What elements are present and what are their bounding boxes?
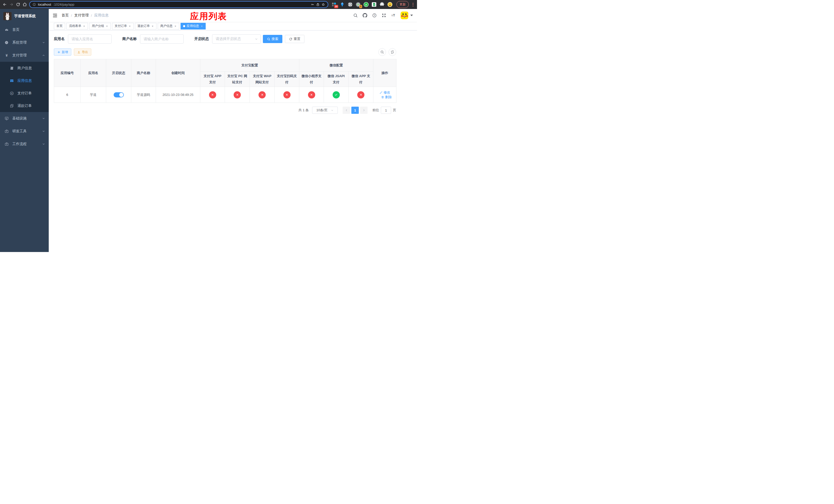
address-bar[interactable]: localhost:1024/pay/app bbox=[29, 1, 328, 8]
toggle-search-button[interactable] bbox=[378, 48, 386, 56]
shop-icon bbox=[10, 66, 14, 70]
close-icon[interactable] bbox=[83, 25, 85, 27]
sidebar-item-workflow[interactable]: 工作流程 bbox=[0, 138, 49, 151]
tab-5[interactable]: 商户信息 bbox=[158, 23, 179, 29]
key-icon[interactable] bbox=[311, 3, 314, 6]
svg-text:?: ? bbox=[374, 14, 375, 17]
svg-text:T: T bbox=[392, 15, 393, 17]
goto-page-input[interactable] bbox=[381, 107, 391, 114]
sidebar-fold-icon[interactable] bbox=[52, 13, 58, 18]
extension-axure-icon[interactable]: 10 bbox=[332, 2, 337, 7]
channel-disabled-badge bbox=[283, 91, 290, 98]
fullscreen-icon[interactable] bbox=[381, 13, 386, 18]
refresh-table-button[interactable] bbox=[389, 48, 396, 56]
back-icon[interactable] bbox=[3, 2, 7, 7]
help-icon[interactable]: ? bbox=[372, 13, 377, 18]
tab-2[interactable]: 用户分组 bbox=[89, 23, 111, 29]
forward-icon[interactable] bbox=[9, 2, 14, 7]
reset-button[interactable]: 重置 bbox=[285, 35, 304, 43]
close-icon[interactable] bbox=[151, 25, 154, 27]
add-button[interactable]: 新增 bbox=[54, 48, 71, 55]
bookmark-star-icon[interactable] bbox=[322, 3, 325, 6]
close-icon[interactable] bbox=[201, 25, 203, 27]
app-title: 芋道管理系统 bbox=[14, 14, 36, 19]
search-icon bbox=[267, 38, 270, 41]
status-select-placeholder: 请选择开启状态 bbox=[216, 37, 241, 41]
pikachu-avatar bbox=[401, 12, 408, 19]
delete-link[interactable]: 删除 bbox=[381, 95, 392, 99]
close-icon[interactable] bbox=[106, 25, 108, 27]
font-size-icon[interactable]: TT bbox=[391, 13, 396, 18]
breadcrumb-current: 应用信息 bbox=[94, 13, 109, 18]
sidebar-item-merchant-info[interactable]: 商户信息 bbox=[0, 62, 49, 74]
tab-1[interactable]: 流程表单 bbox=[66, 23, 88, 29]
sidebar-item-payment[interactable]: ¥支付管理 bbox=[0, 49, 49, 62]
home-icon[interactable] bbox=[23, 2, 27, 7]
sidebar-item-pay-order[interactable]: ¥支付订单 bbox=[0, 87, 49, 99]
svg-text:T: T bbox=[393, 13, 395, 17]
status-toggle[interactable] bbox=[114, 92, 124, 97]
extensions-puzzle-icon[interactable] bbox=[379, 2, 385, 7]
close-icon[interactable] bbox=[129, 25, 131, 27]
filter-form: 应用名 商户名称 开启状态 请选择开启状态 搜索 重置 bbox=[54, 35, 417, 44]
extension-y-icon[interactable]: y bbox=[364, 2, 369, 7]
site-info-icon[interactable] bbox=[32, 3, 36, 6]
sidebar-item-system[interactable]: 系统管理 bbox=[0, 36, 49, 49]
export-button[interactable]: 导出 bbox=[74, 48, 91, 55]
edit-link[interactable]: 修改 bbox=[379, 90, 390, 95]
extension-doc-icon[interactable] bbox=[371, 2, 377, 7]
sidebar-item-app-info[interactable]: 应用信息 bbox=[0, 74, 49, 87]
sidebar-item-label: 系统管理 bbox=[12, 40, 27, 45]
column-header: 开启状态 bbox=[106, 59, 131, 87]
github-icon[interactable] bbox=[363, 13, 367, 18]
sidebar-item-dev-tools[interactable]: 研发工具 bbox=[0, 125, 49, 138]
chevron-down-icon bbox=[42, 41, 45, 44]
svg-text:¥: ¥ bbox=[6, 53, 8, 58]
user-avatar-menu[interactable] bbox=[401, 12, 413, 19]
page-content: 应用名 商户名称 开启状态 请选择开启状态 搜索 重置 bbox=[49, 30, 417, 114]
reload-icon[interactable] bbox=[16, 2, 20, 7]
sidebar-item-home[interactable]: 首页 bbox=[0, 23, 49, 36]
extension-gem-icon[interactable] bbox=[339, 2, 345, 7]
extension-command-icon[interactable] bbox=[348, 2, 353, 7]
column-subheader: 微信小程序支付 bbox=[299, 71, 324, 87]
column-header: 商户名称 bbox=[131, 59, 156, 87]
search-button[interactable]: 搜索 bbox=[263, 35, 282, 43]
sidebar-item-label: 基础设施 bbox=[12, 116, 27, 121]
sidebar-item-infrastructure[interactable]: 基础设施 bbox=[0, 112, 49, 125]
cell-channel-status bbox=[275, 87, 299, 103]
breadcrumb-home[interactable]: 首页 bbox=[62, 13, 69, 18]
breadcrumb-payment[interactable]: 支付管理 bbox=[74, 13, 89, 18]
browser-update-button[interactable]: 更新 bbox=[396, 1, 409, 8]
tab-6[interactable]: 应用信息 bbox=[180, 23, 206, 29]
sidebar-item-label: 商户信息 bbox=[18, 66, 32, 70]
page-size-select[interactable]: 10条/页 bbox=[312, 107, 338, 114]
extension-lens-icon[interactable]: 1 bbox=[355, 2, 361, 7]
tab-3[interactable]: 支付订单 bbox=[112, 23, 134, 29]
share-icon[interactable] bbox=[316, 3, 320, 6]
dashboard-icon bbox=[5, 28, 9, 32]
cell-channel-status bbox=[349, 87, 373, 103]
chevron-down-icon bbox=[42, 117, 45, 120]
sidebar-item-refund-order[interactable]: 退款订单 bbox=[0, 99, 49, 112]
sidebar-logo[interactable]: 芋道管理系统 bbox=[0, 9, 49, 23]
app-name-input[interactable] bbox=[68, 35, 112, 44]
navbar-actions: ? TT bbox=[353, 12, 413, 19]
browser-menu-icon[interactable] bbox=[412, 3, 414, 6]
profile-emoji-icon[interactable] bbox=[387, 2, 393, 7]
merchant-name-input[interactable] bbox=[140, 35, 184, 44]
close-icon[interactable] bbox=[174, 25, 177, 27]
tab-label: 退款订单 bbox=[137, 24, 150, 28]
page-number-button[interactable]: 1 bbox=[351, 107, 359, 114]
tab-4[interactable]: 退款订单 bbox=[135, 23, 156, 29]
tab-0[interactable]: 首页 bbox=[54, 23, 65, 29]
breadcrumb-separator: / bbox=[91, 14, 92, 18]
next-page-button[interactable] bbox=[360, 107, 368, 114]
pagination-total: 共 1 条 bbox=[299, 108, 309, 113]
column-header: 创建时间 bbox=[156, 59, 200, 87]
header-search-icon[interactable] bbox=[353, 13, 358, 18]
tab-label: 首页 bbox=[57, 24, 63, 28]
channel-disabled-badge bbox=[357, 91, 365, 98]
prev-page-button[interactable] bbox=[343, 107, 350, 114]
status-select[interactable]: 请选择开启状态 bbox=[212, 35, 261, 44]
